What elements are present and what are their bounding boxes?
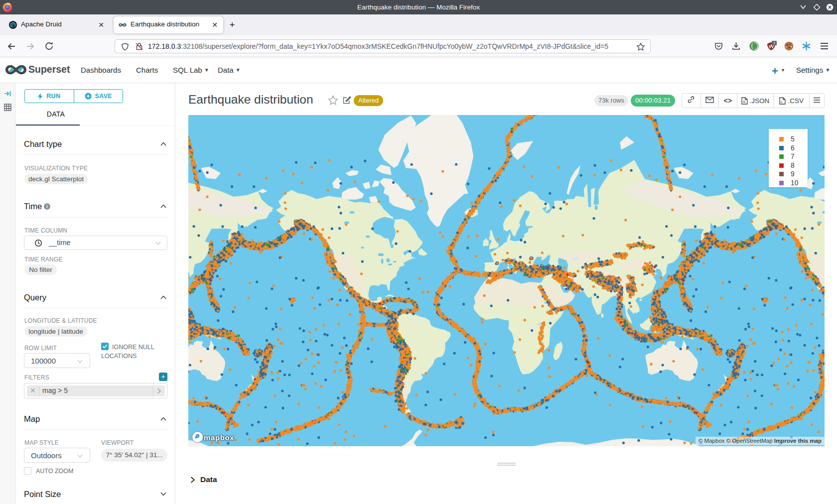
- svg-text:x: x: [781, 100, 783, 104]
- svg-text:2: 2: [773, 41, 775, 45]
